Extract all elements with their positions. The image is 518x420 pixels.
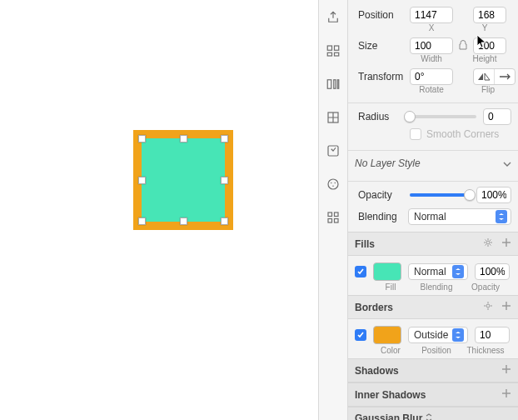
section-borders-header[interactable]: Borders (348, 295, 518, 319)
alignment-icon[interactable] (324, 42, 342, 60)
sublabel-width: Width (410, 54, 453, 63)
section-inner-shadows-label: Inner Shadows (355, 389, 426, 401)
sublabel-color: Color (375, 346, 406, 355)
sublabel-x: X (410, 23, 453, 32)
svg-rect-0 (327, 46, 331, 50)
resize-handle-sw[interactable] (138, 218, 146, 225)
canvas[interactable] (0, 0, 318, 420)
selected-rectangle-shape[interactable] (133, 130, 233, 230)
svg-rect-3 (335, 52, 339, 56)
label-size: Size (358, 40, 410, 52)
border-position-value: Outside (414, 329, 448, 341)
sublabel-height: Height (468, 54, 501, 63)
svg-rect-16 (335, 219, 339, 223)
fill-color-swatch[interactable] (373, 262, 401, 281)
inspector-tabstrip (318, 0, 348, 420)
section-gaussian-blur-label: Gaussian Blur (355, 412, 422, 420)
svg-point-9 (328, 179, 338, 189)
resize-handle-n[interactable] (180, 135, 187, 142)
svg-rect-1 (335, 46, 339, 50)
svg-point-18 (486, 304, 490, 308)
section-fills-header[interactable]: Fills (348, 232, 518, 256)
label-transform: Transform (358, 71, 410, 82)
inspector-panel: Position X Y Size (348, 0, 518, 420)
chevron-down-icon (503, 159, 511, 168)
select-caret-icon (496, 210, 507, 223)
sublabel-fill-blending: Blending (406, 282, 466, 292)
label-position: Position (358, 9, 410, 21)
size-width-input[interactable] (410, 38, 453, 54)
svg-point-12 (332, 186, 334, 188)
resize-handle-nw[interactable] (138, 135, 146, 142)
fill-blend-select[interactable]: Normal (408, 263, 468, 280)
section-shadows-label: Shadows (355, 365, 399, 377)
resize-handle-se[interactable] (221, 218, 228, 225)
svg-rect-2 (327, 52, 331, 56)
svg-point-11 (335, 182, 336, 184)
sublabel-y: Y (468, 23, 501, 32)
add-icon[interactable] (501, 364, 511, 377)
lock-aspect-icon[interactable] (458, 40, 468, 52)
sublabel-rotate: Rotate (410, 85, 453, 94)
flip-horizontal-button[interactable] (474, 69, 494, 84)
svg-rect-5 (334, 80, 336, 89)
svg-rect-6 (337, 80, 339, 89)
smooth-corners-checkbox[interactable] (410, 128, 421, 140)
resize-handle-ne[interactable] (221, 135, 228, 142)
svg-point-10 (331, 182, 332, 184)
sublabel-thickness: Thickness (466, 346, 505, 355)
section-inner-shadows-header[interactable]: Inner Shadows (348, 382, 518, 407)
add-icon[interactable] (501, 301, 511, 313)
radius-input[interactable] (483, 108, 511, 125)
blending-select[interactable]: Normal (408, 208, 511, 225)
gear-icon[interactable] (483, 238, 493, 250)
blending-value: Normal (414, 211, 446, 222)
opacity-slider[interactable] (410, 193, 470, 197)
position-x-input[interactable] (410, 7, 453, 23)
gear-icon[interactable] (483, 301, 493, 313)
flip-vertical-button[interactable] (494, 69, 515, 84)
fill-opacity-input[interactable] (475, 263, 510, 280)
select-caret-icon (452, 328, 464, 342)
add-icon[interactable] (501, 238, 511, 250)
svg-rect-13 (328, 212, 332, 217)
fill-enabled-checkbox[interactable] (355, 266, 366, 278)
section-shadows-header[interactable]: Shadows (348, 358, 518, 382)
sublabel-fill-opacity: Opacity (466, 282, 505, 292)
section-borders-label: Borders (355, 302, 393, 313)
position-y-input[interactable] (473, 7, 506, 23)
resize-handle-s[interactable] (180, 218, 187, 225)
flip-group (473, 68, 516, 85)
fill-blend-value: Normal (414, 266, 446, 278)
opacity-input[interactable] (476, 187, 511, 203)
style-icon[interactable] (324, 142, 342, 160)
label-radius: Radius (358, 111, 403, 122)
label-blending: Blending (358, 211, 408, 222)
label-opacity: Opacity (358, 189, 403, 201)
border-thickness-input[interactable] (475, 327, 510, 343)
border-position-select[interactable]: Outside (408, 327, 468, 343)
svg-point-17 (486, 241, 490, 244)
layer-style-dropdown[interactable]: No Layer Style (348, 151, 518, 176)
select-caret-icon (452, 265, 464, 278)
resize-handle-w[interactable] (138, 177, 146, 184)
svg-rect-4 (327, 80, 331, 89)
share-icon[interactable] (324, 8, 342, 27)
appearance-icon[interactable] (324, 175, 342, 193)
size-height-input[interactable] (473, 38, 506, 54)
radius-slider[interactable] (410, 115, 476, 118)
section-gaussian-blur-header[interactable]: Gaussian Blur (348, 407, 518, 420)
sublabel-flip: Flip (468, 85, 508, 94)
border-enabled-checkbox[interactable] (355, 329, 366, 341)
resize-handle-e[interactable] (221, 177, 228, 184)
rotate-input[interactable] (410, 68, 453, 85)
svg-rect-14 (335, 212, 339, 217)
resize-constraints-icon[interactable] (324, 108, 342, 127)
tidy-icon[interactable] (324, 75, 342, 93)
grid-icon[interactable] (324, 208, 342, 227)
chevron-updown-icon (426, 412, 432, 420)
layer-style-label: No Layer Style (355, 158, 421, 169)
add-icon[interactable] (501, 388, 511, 401)
border-color-swatch[interactable] (373, 326, 401, 344)
sublabel-fill: Fill (375, 282, 406, 292)
